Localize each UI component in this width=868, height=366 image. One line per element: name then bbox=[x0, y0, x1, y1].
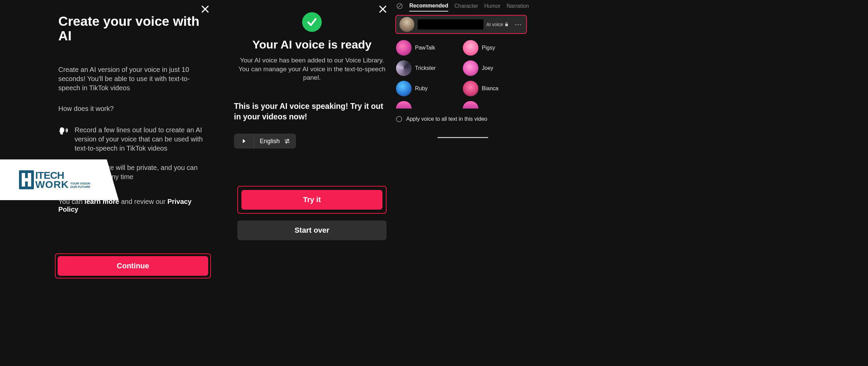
horizontal-scrollbar[interactable] bbox=[393, 137, 529, 138]
privacy-mid: and review our bbox=[119, 198, 167, 205]
voice-library-panel: Recommended Character Humor Narration AI… bbox=[393, 0, 529, 366]
close-icon bbox=[378, 5, 387, 14]
voices-grid: PawTalk Pigsy Trickster Joey Ruby Bianca bbox=[393, 34, 529, 109]
voice-category-tabs: Recommended Character Humor Narration bbox=[393, 0, 529, 12]
close-icon bbox=[201, 5, 210, 14]
start-over-button[interactable]: Start over bbox=[237, 220, 387, 240]
radio-unchecked-icon[interactable] bbox=[396, 116, 402, 122]
watermark-h-icon bbox=[19, 170, 34, 189]
ready-title: Your AI voice is ready bbox=[252, 38, 371, 51]
voice-name-redacted bbox=[418, 19, 484, 30]
panel-title: Create your voice with AI bbox=[11, 14, 206, 43]
tab-narration[interactable]: Narration bbox=[507, 1, 529, 11]
ai-voice-badge: AI voice bbox=[486, 22, 509, 27]
ready-subtitle: Your AI voice has been added to our Voic… bbox=[237, 56, 387, 82]
watermark-line2: WORK bbox=[35, 180, 69, 189]
tab-character[interactable]: Character bbox=[454, 1, 478, 11]
try-it-highlight: Try it bbox=[237, 186, 387, 214]
voice-item-trickster[interactable]: Trickster bbox=[396, 60, 459, 76]
voice-avatar bbox=[396, 101, 412, 109]
close-button[interactable] bbox=[378, 5, 387, 15]
voice-label: PawTalk bbox=[415, 45, 435, 51]
voice-avatar bbox=[396, 81, 412, 96]
play-icon bbox=[243, 139, 245, 143]
voice-avatar bbox=[463, 40, 478, 56]
success-check-icon bbox=[302, 12, 322, 32]
voice-head-icon bbox=[59, 126, 68, 136]
play-button[interactable] bbox=[234, 134, 254, 149]
demo-text: This is your AI voice speaking! Try it o… bbox=[234, 101, 390, 122]
more-options-button[interactable]: ⋯ bbox=[514, 20, 523, 28]
svg-rect-7 bbox=[505, 24, 508, 26]
language-label-box[interactable]: English bbox=[254, 134, 296, 149]
voice-label: Ruby bbox=[415, 85, 428, 92]
voice-item-joey[interactable]: Joey bbox=[463, 60, 526, 76]
voice-avatar bbox=[396, 40, 412, 56]
try-it-button[interactable]: Try it bbox=[241, 190, 382, 210]
voice-avatar bbox=[463, 60, 478, 76]
my-ai-voice-tile[interactable]: AI voice ⋯ bbox=[395, 15, 527, 34]
panel-description: Create an AI version of your voice in ju… bbox=[11, 65, 206, 93]
watermark-logo: ITECH WORK YOUR VISION OUR FUTURE bbox=[0, 159, 119, 200]
apply-voice-label: Apply voice to all text in this video bbox=[406, 116, 487, 122]
none-icon[interactable] bbox=[396, 2, 403, 10]
voice-label: Bianca bbox=[482, 85, 498, 92]
voice-label: Joey bbox=[482, 65, 493, 71]
feature-record-text: Record a few lines out loud to create an… bbox=[75, 126, 203, 153]
voice-avatar bbox=[463, 101, 478, 109]
continue-highlight: Continue bbox=[55, 253, 211, 278]
language-selector[interactable]: English bbox=[234, 134, 296, 149]
voice-item-partial[interactable] bbox=[463, 101, 526, 109]
voice-item-pigsy[interactable]: Pigsy bbox=[463, 40, 526, 56]
swap-icon bbox=[284, 138, 291, 145]
watermark-line1: ITECH bbox=[35, 171, 90, 180]
scrollbar-thumb[interactable] bbox=[437, 137, 488, 138]
voice-avatar bbox=[396, 60, 412, 76]
tab-recommended[interactable]: Recommended bbox=[409, 1, 448, 12]
svg-line-6 bbox=[398, 4, 401, 8]
voice-avatar bbox=[463, 81, 478, 96]
voice-item-ruby[interactable]: Ruby bbox=[396, 81, 459, 96]
voice-label: Trickster bbox=[415, 65, 436, 71]
user-avatar bbox=[399, 17, 414, 32]
language-label: English bbox=[260, 138, 280, 145]
close-button[interactable] bbox=[201, 5, 210, 15]
how-it-works-label: How does it work? bbox=[11, 105, 206, 113]
apply-voice-row[interactable]: Apply voice to all text in this video bbox=[393, 109, 529, 122]
voice-item-bianca[interactable]: Bianca bbox=[463, 81, 526, 96]
feature-record: Record a few lines out loud to create an… bbox=[11, 126, 206, 153]
tab-humor[interactable]: Humor bbox=[484, 1, 500, 11]
voice-label: Pigsy bbox=[482, 45, 495, 51]
continue-button[interactable]: Continue bbox=[58, 256, 208, 276]
voice-item-pawtalk[interactable]: PawTalk bbox=[396, 40, 459, 56]
lock-icon bbox=[505, 22, 509, 26]
voice-ready-panel: Your AI voice is ready Your AI voice has… bbox=[217, 0, 393, 366]
watermark-tag2: OUR FUTURE bbox=[70, 186, 90, 189]
voice-item-partial[interactable] bbox=[396, 101, 459, 109]
